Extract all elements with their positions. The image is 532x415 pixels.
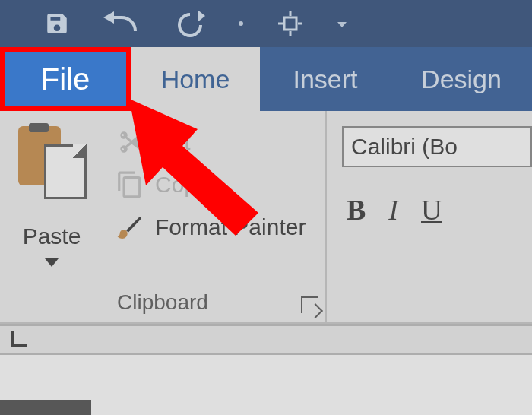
- tab-insert[interactable]: Insert: [260, 47, 391, 111]
- separator-dot-icon: [239, 21, 243, 26]
- tab-stop-indicator-icon[interactable]: [11, 331, 27, 347]
- paste-dropdown-arrow-icon[interactable]: [45, 258, 59, 267]
- paste-button[interactable]: Paste: [15, 126, 88, 267]
- underline-button[interactable]: U: [421, 193, 442, 227]
- tab-file[interactable]: File: [0, 47, 131, 111]
- customize-qat-dropdown-icon[interactable]: [337, 22, 347, 27]
- save-icon[interactable]: [44, 11, 70, 36]
- document-area[interactable]: [0, 324, 532, 415]
- clipboard-dialog-launcher-icon[interactable]: [301, 296, 318, 313]
- ribbon-home: Paste Cut Copy Format Painter Clipboard …: [0, 111, 532, 324]
- cut-label: Cut: [155, 129, 191, 155]
- cut-button[interactable]: Cut: [114, 126, 191, 158]
- ribbon-tabs: File Home Insert Design: [0, 47, 532, 111]
- copy-label: Copy: [155, 172, 208, 198]
- tab-design[interactable]: Design: [391, 47, 532, 111]
- clipboard-group-label: Clipboard: [0, 290, 325, 315]
- quick-access-toolbar: [0, 0, 532, 47]
- group-font: Calibri (Bo B I U: [327, 111, 532, 322]
- copy-button[interactable]: Copy: [114, 169, 208, 201]
- paste-icon: [15, 126, 88, 217]
- format-painter-label: Format Painter: [155, 214, 306, 240]
- format-painter-button[interactable]: Format Painter: [114, 211, 306, 243]
- vertical-ruler-margin: [0, 400, 91, 415]
- tab-home[interactable]: Home: [131, 47, 260, 111]
- font-name-select[interactable]: Calibri (Bo: [342, 126, 532, 167]
- scissors-icon: [114, 126, 146, 158]
- touch-mode-icon[interactable]: [277, 10, 304, 37]
- undo-icon[interactable]: [103, 11, 141, 36]
- svg-rect-0: [284, 17, 296, 30]
- italic-button[interactable]: I: [388, 193, 398, 227]
- horizontal-ruler[interactable]: [0, 326, 532, 355]
- copy-icon: [114, 169, 146, 201]
- bold-button[interactable]: B: [347, 193, 366, 227]
- paintbrush-icon: [114, 211, 146, 243]
- redo-icon[interactable]: [175, 10, 205, 37]
- group-clipboard: Paste Cut Copy Format Painter Clipboard: [0, 111, 327, 322]
- paste-label: Paste: [15, 223, 88, 249]
